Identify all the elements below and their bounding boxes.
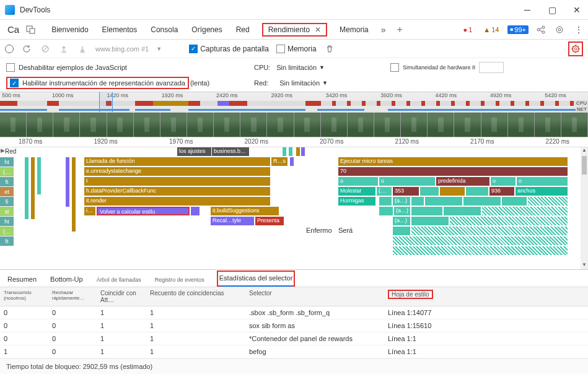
reload-button[interactable] (21, 43, 32, 54)
flame-block[interactable]: I (84, 177, 270, 186)
flame-block[interactable]: Llamada de función (84, 157, 270, 166)
flame-block[interactable]: h.dataProviderCallbackFunc (84, 187, 270, 196)
scroll-down-icon[interactable]: ▼ (581, 262, 588, 269)
scroll-up-icon[interactable]: ▲ (581, 147, 588, 155)
warning-badge[interactable]: ▲ 14 (481, 25, 501, 34)
download-button[interactable] (77, 43, 88, 54)
filmstrip-frame[interactable] (240, 113, 267, 137)
clear-button[interactable] (40, 43, 51, 54)
device-toggle-icon[interactable] (25, 24, 37, 35)
flame-block[interactable]: o (338, 177, 378, 186)
hw-concurrency-checkbox[interactable]: Simultaneidad de hardware 8 (390, 63, 475, 72)
filmstrip-frame[interactable] (160, 113, 187, 137)
trash-button[interactable] (324, 43, 335, 54)
flame-block[interactable]: Molestar (338, 187, 375, 196)
flame-scrollbar[interactable]: ▲ ▼ (581, 147, 588, 269)
result-tab-eventlog[interactable]: Registro de eventos (154, 274, 206, 287)
flame-block[interactable]: (a…) (393, 217, 410, 225)
flame-block[interactable]: it.buildSuggestions (211, 207, 279, 215)
flame-block[interactable]: it.render (84, 197, 270, 206)
tab-performance[interactable]: Rendimiento ✕ (262, 23, 327, 37)
tab-welcome[interactable]: Bienvenido (50, 23, 89, 37)
col-matchcount[interactable]: Recuento de coincidencias (146, 287, 245, 306)
flame-block[interactable]: anchos (516, 187, 568, 196)
flame-block[interactable]: Presenta (255, 217, 284, 225)
filmstrip-frame[interactable] (401, 113, 428, 137)
tab-close-icon[interactable]: ✕ (315, 25, 321, 34)
col-stylesheet[interactable]: Hoja de estilo (384, 287, 588, 306)
flame-block[interactable]: (a…) (393, 197, 410, 206)
filmstrip-frame[interactable] (134, 113, 160, 137)
flame-block[interactable]: Ejecutar micro tareas (338, 157, 568, 166)
filmstrip-frame[interactable] (348, 113, 374, 137)
flame-block[interactable]: o (379, 177, 435, 186)
flame-chart[interactable]: los ajustes business.b… Llamada de funci… (22, 147, 588, 269)
flame-block[interactable]: R…s (271, 157, 287, 166)
filmstrip-frame[interactable] (294, 113, 321, 137)
flame-block[interactable]: 353 (393, 187, 419, 196)
result-tab-summary[interactable]: Resumen (6, 273, 38, 287)
table-row[interactable]: 1 0 1 1 befog Línea 1:1 (0, 345, 588, 358)
filmstrip-frame[interactable] (321, 113, 348, 137)
filmstrip[interactable] (0, 113, 588, 137)
filmstrip-frame[interactable] (508, 113, 535, 137)
table-row[interactable]: 0 0 1 1 sox sib form as Línea 1:15610 (0, 319, 588, 332)
col-selector[interactable]: Selector (245, 287, 384, 306)
settings-gear-icon[interactable] (553, 24, 566, 36)
kebab-menu-icon[interactable]: ⋮ (572, 24, 584, 36)
tab-elements[interactable]: Elementos (101, 23, 139, 37)
col-elapsed[interactable]: Transcurrido (nosotros) (0, 287, 48, 306)
tab-memory[interactable]: Memoria (338, 23, 370, 37)
capture-settings-button[interactable] (568, 41, 583, 56)
col-fastreject[interactable]: Rechazar rápidamente… (48, 287, 97, 306)
close-button[interactable]: ✕ (571, 4, 583, 16)
result-tab-bottomup[interactable]: Bottom-Up (49, 273, 84, 287)
filmstrip-frame[interactable] (267, 113, 294, 137)
url-caret-icon[interactable]: ▼ (156, 46, 162, 52)
advanced-rendering-checkbox[interactable]: ✓ Habilitar instrumentación de represent… (6, 77, 189, 89)
filmstrip-frame[interactable] (374, 113, 401, 137)
flame-block[interactable]: o (491, 177, 516, 186)
filmstrip-frame[interactable] (187, 113, 214, 137)
record-button[interactable] (5, 45, 14, 53)
filmstrip-frame[interactable] (428, 113, 454, 137)
memory-checkbox[interactable]: Memoria (276, 45, 317, 53)
tab-console[interactable]: Consola (149, 23, 179, 37)
upload-button[interactable] (58, 43, 69, 54)
tab-sources[interactable]: Orígenes (190, 23, 223, 37)
network-throttle-select[interactable]: Sin limitación (279, 79, 320, 87)
table-row[interactable]: 0 0 1 1 *Contenedor del panel de rewards… (0, 332, 588, 345)
timeline-ruler[interactable]: 1870 ms 1920 ms 1970 ms 2020 ms 2070 ms … (0, 137, 588, 147)
error-badge[interactable]: ● 1 (461, 25, 475, 34)
flame-block[interactable]: los ajustes (177, 147, 211, 156)
col-matchatt[interactable]: Coincidir con Att… (97, 287, 146, 306)
result-tab-selector-stats[interactable]: Estadísticas del selector (217, 271, 296, 287)
table-row[interactable]: 0 0 1 1 .sbox .sb_form .sb_form_q Línea … (0, 306, 588, 319)
overview-timeline[interactable]: 500 ms 1000 ms 1420 ms 1920 ms 2420 ms 2… (0, 92, 588, 113)
messages-badge[interactable]: ■ 99+ (507, 25, 529, 34)
filmstrip-frame[interactable] (53, 113, 80, 137)
filmstrip-frame[interactable] (107, 113, 134, 137)
flame-block[interactable]: 936 (489, 187, 514, 196)
filmstrip-frame[interactable] (481, 113, 508, 137)
add-tab-button[interactable]: + (397, 24, 403, 35)
filmstrip-frame[interactable] (0, 113, 27, 137)
minimize-button[interactable]: ─ (521, 4, 533, 16)
flame-block[interactable]: e.onreadystatechange (84, 167, 270, 176)
filmstrip-frame[interactable] (27, 113, 53, 137)
screenshots-checkbox[interactable]: ✓ Capturas de pantalla (189, 45, 269, 53)
filmstrip-frame[interactable] (535, 113, 561, 137)
disable-js-checkbox[interactable]: Deshabilitar ejemplos de JavaScript (6, 63, 242, 72)
flame-block[interactable]: (a…) (394, 207, 410, 215)
tab-network[interactable]: Red (235, 23, 251, 37)
result-tab-calltree[interactable]: Árbol de llamadas (95, 274, 143, 287)
filmstrip-frame[interactable] (214, 113, 240, 137)
filmstrip-frame[interactable] (80, 113, 107, 137)
share-icon[interactable] (535, 24, 547, 36)
hw-input[interactable] (479, 62, 504, 73)
more-tabs-chevron-icon[interactable]: » (381, 25, 386, 35)
filmstrip-frame[interactable] (561, 113, 588, 137)
filmstrip-frame[interactable] (454, 113, 481, 137)
url-dropdown[interactable]: www.bing.com #1 (95, 45, 149, 53)
flame-block[interactable]: o (517, 177, 568, 186)
